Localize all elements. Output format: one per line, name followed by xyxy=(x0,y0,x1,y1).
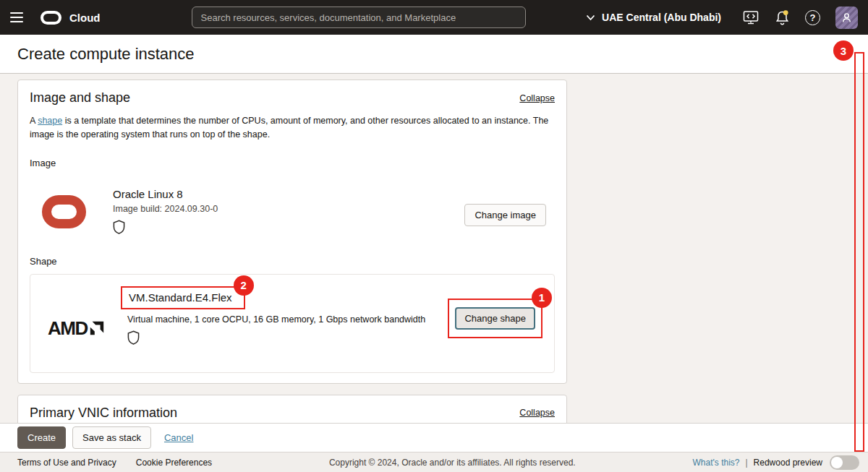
page-title: Create compute instance xyxy=(17,45,195,64)
shield-icon xyxy=(113,220,464,237)
person-icon xyxy=(841,12,853,24)
shield-icon xyxy=(127,330,448,348)
oracle-cloud-logo[interactable]: Cloud xyxy=(41,11,101,25)
annotation-box-2: 2 VM.Standard.E4.Flex xyxy=(121,286,245,309)
topbar-right-group: UAE Central (Abu Dhabi) ? xyxy=(586,7,858,29)
oracle-linux-logo-icon xyxy=(42,195,86,228)
main-content: Image and shape Collapse A shape is a te… xyxy=(0,74,868,423)
annotation-badge-2: 2 xyxy=(234,275,254,296)
help-icon[interactable]: ? xyxy=(805,10,820,25)
shape-doc-link[interactable]: shape xyxy=(38,116,62,126)
hamburger-menu-icon[interactable] xyxy=(10,12,23,22)
page-header: Create compute instance xyxy=(0,35,868,74)
amd-logo-text: AMD xyxy=(48,317,88,340)
shape-box: AMD 2 VM.Standard.E4.Flex Virtual machin… xyxy=(30,274,555,373)
change-image-button[interactable]: Change image xyxy=(464,204,546,226)
cloud-shell-icon[interactable] xyxy=(742,9,760,25)
cancel-link[interactable]: Cancel xyxy=(164,432,193,443)
annotation-box-1: 1 Change shape xyxy=(448,299,542,338)
description-suffix: is a template that determines the number… xyxy=(30,116,548,140)
redwood-preview-toggle[interactable] xyxy=(830,455,859,470)
shape-name: VM.Standard.E4.Flex xyxy=(129,291,232,304)
save-as-stack-button[interactable]: Save as stack xyxy=(72,426,151,449)
top-navigation-bar: Cloud UAE Central (Abu Dhabi) ? xyxy=(0,0,868,35)
image-section-label: Image xyxy=(30,158,555,168)
whats-this-link[interactable]: What's this? xyxy=(693,458,740,468)
card-title-image-and-shape: Image and shape xyxy=(30,90,130,106)
search-input[interactable] xyxy=(192,7,526,28)
copyright-text: Copyright © 2024, Oracle and/or its affi… xyxy=(212,458,692,468)
annotation-badge-3: 3 xyxy=(833,40,854,61)
card-title-primary-vnic: Primary VNIC information xyxy=(30,406,177,421)
region-label: UAE Central (Abu Dhabi) xyxy=(602,12,721,23)
action-bar: Create Save as stack Cancel xyxy=(0,423,868,452)
collapse-link-vnic[interactable]: Collapse xyxy=(519,408,555,418)
region-selector[interactable]: UAE Central (Abu Dhabi) xyxy=(586,12,721,23)
user-avatar[interactable] xyxy=(835,7,858,29)
terms-link[interactable]: Terms of Use and Privacy xyxy=(17,458,116,468)
oracle-logo-icon xyxy=(41,11,61,25)
image-row: Oracle Linux 8 Image build: 2024.09.30-0… xyxy=(30,188,555,237)
notifications-bell-icon[interactable] xyxy=(775,9,790,26)
description-prefix: A xyxy=(30,116,38,126)
annotation-badge-1: 1 xyxy=(532,288,552,308)
amd-logo: AMD xyxy=(38,286,127,348)
image-name: Oracle Linux 8 xyxy=(113,188,464,200)
chevron-down-icon xyxy=(586,14,595,21)
toggle-knob xyxy=(831,457,843,468)
card-description: A shape is a template that determines th… xyxy=(30,114,553,142)
footer: Terms of Use and Privacy Cookie Preferen… xyxy=(0,452,868,472)
shape-details: Virtual machine, 1 core OCPU, 16 GB memo… xyxy=(127,314,448,325)
image-build: Image build: 2024.09.30-0 xyxy=(113,204,464,214)
create-button[interactable]: Create xyxy=(17,426,66,449)
shape-section-label: Shape xyxy=(30,256,555,267)
redwood-preview-label: Redwood preview xyxy=(754,458,822,468)
footer-separator: | xyxy=(745,458,747,468)
cookie-preferences-link[interactable]: Cookie Preferences xyxy=(136,458,212,468)
collapse-link-image-shape[interactable]: Collapse xyxy=(519,93,555,103)
brand-name: Cloud xyxy=(69,12,101,24)
primary-vnic-card: Primary VNIC information Collapse xyxy=(17,395,567,423)
annotation-rect-3 xyxy=(854,52,864,452)
image-and-shape-card: Image and shape Collapse A shape is a te… xyxy=(17,80,567,384)
amd-arrow-icon xyxy=(89,320,105,336)
change-shape-button[interactable]: Change shape xyxy=(455,307,535,330)
